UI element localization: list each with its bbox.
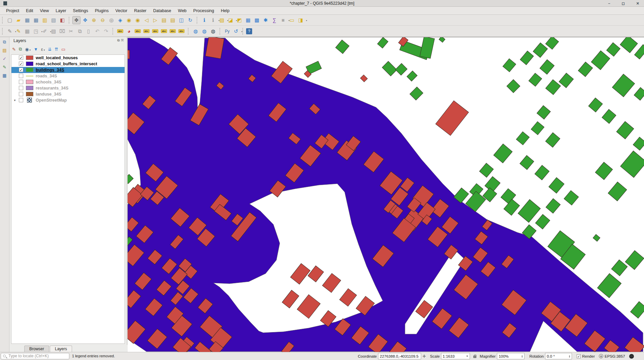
layer-row-roads_34S[interactable]: roads_34S: [11, 73, 125, 79]
help-contents-icon[interactable]: ?: [246, 28, 252, 34]
menu-settings[interactable]: Settings: [70, 7, 92, 14]
select-features-icon[interactable]: ▧▾: [218, 16, 226, 24]
collapse-all-icon[interactable]: ⇈: [55, 47, 58, 52]
python-console-icon[interactable]: Py: [223, 27, 231, 35]
zoom-next-icon[interactable]: ▷: [151, 16, 159, 24]
select-by-value-icon[interactable]: ◩: [235, 16, 243, 24]
zoom-native-icon[interactable]: ◎: [107, 16, 115, 24]
menu-edit[interactable]: Edit: [23, 7, 37, 14]
layer-row-OpenStreetMap[interactable]: ▼OpenStreetMap: [11, 97, 125, 103]
menu-raster[interactable]: Raster: [131, 7, 150, 14]
pan-map-icon[interactable]: ✥: [72, 16, 80, 24]
layer-checkbox[interactable]: [19, 80, 23, 84]
layer-checkbox[interactable]: ✓: [19, 56, 23, 60]
processing-toolbox-icon[interactable]: ✱: [262, 16, 270, 24]
new-project-icon[interactable]: ▢: [6, 16, 14, 24]
messages-icon[interactable]: ···: [629, 354, 634, 359]
show-hide-labels-icon[interactable]: abc: [151, 27, 159, 35]
new-bookmark-icon[interactable]: ▤: [160, 16, 168, 24]
advanced-digitizing-icon[interactable]: ✓: [2, 56, 8, 62]
open-attribute-table-icon[interactable]: ▦: [244, 16, 252, 24]
menu-web[interactable]: Web: [175, 7, 190, 14]
multiedit-attributes-icon[interactable]: ▨: [49, 27, 58, 35]
change-label-icon[interactable]: abc: [177, 27, 185, 35]
add-group-icon[interactable]: ⧉: [19, 46, 22, 52]
new-from-template-icon[interactable]: ▥: [41, 16, 49, 24]
open-layer-styling-icon[interactable]: ✎: [12, 47, 16, 52]
menu-processing[interactable]: Processing: [190, 7, 217, 14]
zoom-full-icon[interactable]: ◈: [116, 16, 124, 24]
save-project-as-icon[interactable]: ▦: [32, 16, 40, 24]
panel-close-icon[interactable]: ☒: [121, 38, 125, 42]
browser-panel-icon[interactable]: ▤: [2, 48, 8, 54]
zoom-out-icon[interactable]: ⊖: [99, 16, 107, 24]
pan-to-selection-icon[interactable]: ✥: [81, 16, 89, 24]
geonode-icon[interactable]: ◍: [200, 27, 208, 35]
rotation-spinbox[interactable]: 0.0 °▲▼: [545, 353, 572, 359]
processing-history-icon[interactable]: ↺▾: [232, 27, 240, 35]
run-feature-action-icon[interactable]: ℹ▾: [209, 16, 217, 24]
tab-browser[interactable]: Browser: [24, 346, 49, 352]
layer-checkbox[interactable]: ✓: [19, 68, 23, 72]
copy-features-icon[interactable]: ⧉: [76, 27, 84, 35]
toggle-editing-icon[interactable]: ✎: [14, 27, 23, 35]
menu-database[interactable]: Database: [150, 7, 175, 14]
digitize-with-segment-icon[interactable]: ◳▾: [32, 27, 40, 35]
map-tips-icon[interactable]: ▭: [288, 16, 296, 24]
text-annotation-icon[interactable]: ◨▾: [297, 16, 305, 24]
layer-diagram-icon[interactable]: ◕: [125, 27, 133, 35]
rotate-label-icon[interactable]: abc: [169, 27, 177, 35]
style-manager-icon[interactable]: ◧: [58, 16, 66, 24]
osm-place-search-icon[interactable]: ◍: [209, 27, 217, 35]
menu-project[interactable]: Project: [3, 7, 23, 14]
coordinate-input[interactable]: 2276388.0,-4031109.5: [378, 353, 421, 359]
statistical-summary-icon[interactable]: ∑: [270, 16, 278, 24]
layer-checkbox[interactable]: ✓: [19, 62, 23, 66]
metasearch-icon[interactable]: ◍: [192, 27, 200, 35]
lock-scale-icon[interactable]: [473, 356, 476, 358]
tab-layers[interactable]: Layers: [50, 346, 72, 352]
expander-icon[interactable]: ▼: [13, 99, 17, 102]
vertex-tool-icon[interactable]: ✐▾: [41, 27, 49, 35]
cut-features-icon[interactable]: ✂: [67, 27, 75, 35]
extents-icon[interactable]: ✛: [422, 354, 426, 359]
layer-checkbox[interactable]: [19, 98, 23, 102]
temporal-control-icon[interactable]: ◫: [177, 16, 185, 24]
pin-unpin-labels-icon[interactable]: abc: [142, 27, 150, 35]
zoom-to-selection-icon[interactable]: ◉: [125, 16, 133, 24]
field-calculator-icon[interactable]: ▩: [253, 16, 261, 24]
layer-checkbox[interactable]: [19, 92, 23, 96]
zoom-last-icon[interactable]: ◁: [142, 16, 150, 24]
magnifier-spinbox[interactable]: 100%▲▼: [497, 353, 524, 359]
project-properties-icon[interactable]: ▧: [49, 16, 58, 24]
expand-all-icon[interactable]: ⇊: [48, 47, 52, 52]
filter-by-expression-icon[interactable]: ε ▾: [41, 47, 45, 52]
menu-help[interactable]: Help: [217, 7, 233, 14]
minimize-button[interactable]: –: [608, 1, 610, 6]
layer-labeling-icon[interactable]: abc: [116, 27, 124, 35]
layer-row-road_school_buffers_intersect[interactable]: ✓road_school_buffers_intersect: [11, 61, 125, 67]
layers-panel-icon[interactable]: ⧉: [2, 39, 8, 45]
zoom-to-layer-icon[interactable]: ◉: [134, 16, 142, 24]
epsg-code[interactable]: EPSG:3857: [605, 354, 625, 358]
measure-line-icon[interactable]: ≡▾: [279, 16, 287, 24]
filter-legend-icon[interactable]: ▼: [34, 47, 38, 52]
save-project-icon[interactable]: ▦: [23, 16, 31, 24]
identify-features-icon[interactable]: ℹ: [200, 16, 208, 24]
render-checkbox[interactable]: ✓: [577, 354, 581, 358]
layer-row-buildings_34S[interactable]: ✓buildings_34S: [11, 67, 125, 73]
save-layer-edits-icon[interactable]: ▦: [23, 27, 31, 35]
map-canvas[interactable]: [128, 37, 644, 352]
remove-layer-icon[interactable]: ▭: [61, 47, 65, 52]
menu-layer[interactable]: Layer: [52, 7, 69, 14]
layer-row-well_located_houses[interactable]: ✓well_located_houses: [11, 55, 125, 61]
crs-globe-icon[interactable]: ⊕: [599, 354, 603, 358]
layer-row-schools_34S[interactable]: schools_34S: [11, 79, 125, 85]
scale-combobox[interactable]: 1:1633▼: [441, 353, 470, 359]
georeferencer-icon[interactable]: ✎: [2, 65, 8, 71]
undo-icon[interactable]: ↶: [93, 27, 101, 35]
move-label-icon[interactable]: abc: [160, 27, 168, 35]
maximize-button[interactable]: ◻: [622, 1, 625, 6]
open-project-icon[interactable]: ▰: [14, 16, 23, 24]
menu-plugins[interactable]: Plugins: [92, 7, 112, 14]
